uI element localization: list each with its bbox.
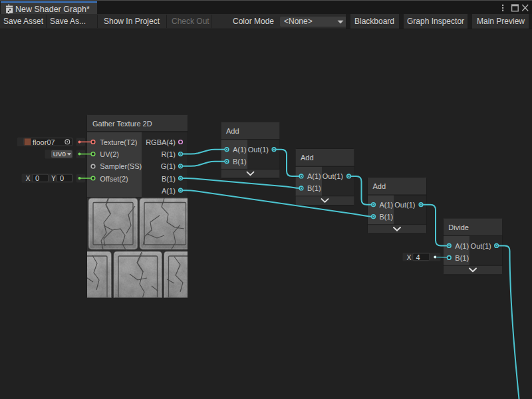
- svg-text:Sampler(SS): Sampler(SS): [100, 162, 142, 170]
- svg-text:Out(1): Out(1): [394, 201, 415, 209]
- svg-text:R(1): R(1): [161, 150, 175, 158]
- svg-text:A(1): A(1): [307, 172, 321, 180]
- svg-text:UV(2): UV(2): [100, 150, 119, 158]
- svg-text:B(1): B(1): [162, 175, 176, 183]
- svg-text:G(1): G(1): [161, 162, 176, 170]
- svg-text:Texture(T2): Texture(T2): [100, 138, 137, 146]
- svg-text:B(1): B(1): [307, 184, 321, 192]
- svg-text:0: 0: [35, 174, 39, 182]
- svg-text:A(1): A(1): [233, 146, 247, 154]
- svg-text:A(1): A(1): [455, 242, 469, 250]
- svg-text:A(1): A(1): [380, 201, 394, 209]
- svg-text:0: 0: [60, 174, 64, 182]
- svg-text:RGBA(4): RGBA(4): [146, 138, 176, 146]
- svg-text:floor07: floor07: [33, 138, 55, 146]
- svg-text:UV0: UV0: [53, 150, 66, 158]
- svg-text:Divide: Divide: [448, 223, 469, 231]
- svg-text:B(1): B(1): [455, 254, 469, 262]
- svg-text:Add: Add: [226, 127, 239, 135]
- svg-text:Y: Y: [51, 174, 56, 182]
- svg-text:Add: Add: [301, 154, 314, 162]
- svg-text:Add: Add: [373, 182, 386, 190]
- svg-text:B(1): B(1): [380, 213, 394, 221]
- svg-text:Out(1): Out(1): [471, 242, 491, 250]
- svg-text:Out(1): Out(1): [323, 172, 343, 180]
- svg-text:X: X: [26, 174, 31, 182]
- svg-text:4: 4: [416, 253, 420, 261]
- svg-text:X: X: [407, 253, 412, 261]
- svg-text:Gather Texture 2D: Gather Texture 2D: [92, 120, 152, 128]
- svg-text:B(1): B(1): [233, 158, 247, 166]
- svg-text:Offset(2): Offset(2): [100, 175, 128, 183]
- svg-text:Out(1): Out(1): [248, 146, 269, 154]
- svg-text:A(1): A(1): [162, 187, 176, 195]
